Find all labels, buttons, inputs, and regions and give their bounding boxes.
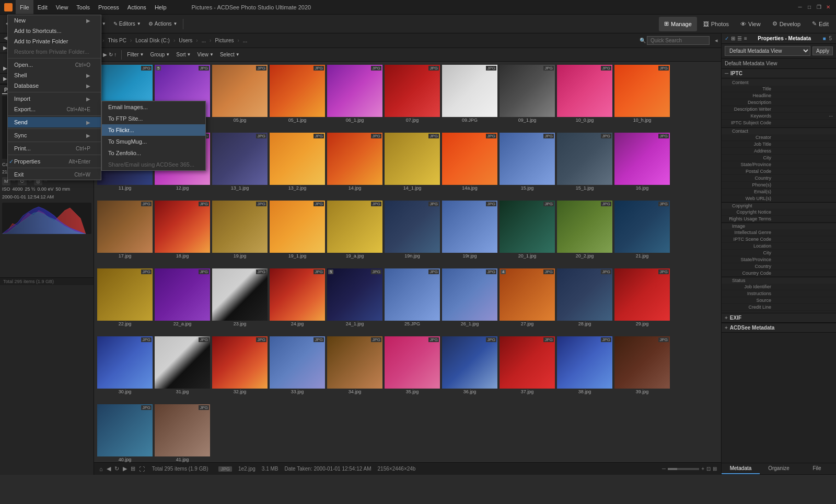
photo-cell-37[interactable]: 4 JPG 27.jpg	[498, 267, 556, 335]
photo-cell-21[interactable]: JPG 18.jpg	[154, 200, 211, 267]
status-forward-icon[interactable]: ▶	[122, 465, 128, 472]
photo-cell-30[interactable]: JPG 22.jpg	[96, 267, 154, 335]
editors-button[interactable]: ✎ Editors ▼	[110, 18, 144, 30]
status-back-icon[interactable]: ◀	[106, 465, 112, 472]
photo-cell-28[interactable]: JPG 20_2.jpg	[556, 200, 613, 267]
photo-cell-29[interactable]: JPG 21.jpg	[613, 200, 671, 267]
develop-mode-button[interactable]: ⚙ Develop	[767, 17, 806, 31]
photo-cell-31[interactable]: JPG 22_a.jpg	[154, 267, 211, 335]
photo-cell-41[interactable]: JPG 31.jpg	[154, 335, 211, 403]
photo-cell-44[interactable]: JPG 34.jpg	[326, 335, 384, 403]
photo-cell-34[interactable]: 5 JPG 24_1.jpg	[326, 267, 384, 335]
maximize-button[interactable]: □	[806, 4, 813, 11]
send-smugmug[interactable]: To SmugMug...	[102, 136, 205, 147]
send-ftp[interactable]: To FTP Site...	[102, 113, 205, 124]
status-expand-icon[interactable]: ⛶	[138, 466, 146, 472]
photo-cell-6[interactable]: JPG 09.JPG	[441, 64, 498, 132]
menu-add-private[interactable]: Add to Private Folder	[8, 36, 101, 46]
close-button[interactable]: ✕	[825, 4, 832, 11]
send-zenfolio[interactable]: To Zenfolio...	[102, 147, 205, 159]
photo-cell-9[interactable]: JPG 10_h.jpg	[613, 64, 671, 132]
photo-cell-39[interactable]: JPG 29.jpg	[613, 267, 671, 335]
photo-cell-43[interactable]: JPG 33.jpg	[269, 335, 326, 403]
menu-new[interactable]: New ▶	[8, 15, 101, 26]
apply-button[interactable]: Apply	[812, 46, 833, 55]
zoom-plus-icon[interactable]: +	[701, 466, 704, 472]
menu-actions[interactable]: Actions	[123, 0, 150, 14]
view-button[interactable]: View ▼	[194, 50, 216, 60]
menu-exit[interactable]: Exit Ctrl+W	[8, 169, 101, 180]
path-current[interactable]: ...	[241, 38, 249, 43]
photo-cell-35[interactable]: JPG 25.JPG	[384, 267, 441, 335]
menu-help[interactable]: Help	[150, 0, 171, 14]
photo-cell-3[interactable]: JPG 05_1.jpg	[269, 64, 326, 132]
menu-open[interactable]: Open... Ctrl+O	[8, 60, 101, 70]
restore-button[interactable]: ❐	[815, 4, 822, 11]
path-pictures[interactable]: Pictures	[213, 38, 235, 43]
tab-file[interactable]: File	[798, 463, 836, 474]
menu-properties[interactable]: Properties Alt+Enter	[8, 156, 101, 167]
photo-cell-20[interactable]: JPG 17.jpg	[96, 200, 154, 267]
manage-mode-button[interactable]: ⊞ Manage	[659, 17, 697, 31]
menu-file[interactable]: File	[16, 0, 33, 14]
filter-button[interactable]: Filter ▼	[124, 50, 146, 60]
photo-cell-45[interactable]: JPG 35.jpg	[384, 335, 441, 403]
path-local-disk[interactable]: Local Disk (C:)	[134, 38, 171, 43]
menu-tools[interactable]: Tools	[72, 0, 94, 14]
path-this-pc[interactable]: This PC	[106, 38, 128, 43]
keywords-expand-icon[interactable]: ···	[829, 113, 833, 119]
photos-mode-button[interactable]: 🖼 Photos	[698, 17, 734, 31]
actions-button[interactable]: ⚙ Actions ▼	[145, 18, 181, 30]
zoom-actual-icon[interactable]: ⊞	[713, 466, 717, 472]
photo-cell-13[interactable]: JPG 13_2.jpg	[269, 132, 326, 200]
photo-cell-50[interactable]: JPG 40.jpg	[96, 403, 154, 462]
menu-view[interactable]: View	[52, 0, 73, 14]
exif-section-header[interactable]: + EXIF	[722, 313, 836, 323]
edit-mode-button[interactable]: ✎ Edit	[807, 17, 834, 31]
send-flickr[interactable]: To Flickr...	[102, 124, 205, 136]
photo-cell-23[interactable]: JPG 19_1.jpg	[269, 200, 326, 267]
acdsee-section-header[interactable]: + ACDSee Metadata	[722, 323, 836, 333]
photo-cell-19[interactable]: JPG 16.jpg	[613, 132, 671, 200]
status-refresh-icon[interactable]: ↻	[113, 465, 120, 472]
photo-cell-24[interactable]: JPG 19_a.jpg	[326, 200, 384, 267]
search-input[interactable]	[647, 36, 710, 45]
menu-import[interactable]: Import ▶	[8, 93, 101, 104]
menu-database[interactable]: Database ▶	[8, 80, 101, 91]
menu-process[interactable]: Process	[94, 0, 123, 14]
path-user[interactable]: ...	[200, 38, 207, 43]
iptc-section-header[interactable]: ─ IPTC	[722, 68, 836, 78]
photo-cell-18[interactable]: JPG 15_1.jpg	[556, 132, 613, 200]
minimize-button[interactable]: ─	[796, 4, 804, 11]
menu-edit[interactable]: Edit	[33, 0, 52, 14]
sort-button[interactable]: Sort ▼	[173, 50, 193, 60]
photo-cell-12[interactable]: JPG 13_1.jpg	[211, 132, 269, 200]
menu-sync[interactable]: Sync ▶	[8, 130, 101, 140]
photo-cell-27[interactable]: JPG 20_1.jpg	[498, 200, 556, 267]
photo-cell-22[interactable]: JPG 19.jpg	[211, 200, 269, 267]
photo-cell-8[interactable]: JPG 10_0.jpg	[556, 64, 613, 132]
photo-cell-17[interactable]: JPG 15.jpg	[498, 132, 556, 200]
group-button[interactable]: Group ▼	[148, 50, 173, 60]
send-email[interactable]: Email Images...	[102, 101, 205, 113]
photo-cell-36[interactable]: JPG 26_1.jpg	[441, 267, 498, 335]
zoom-minus-icon[interactable]: ─	[662, 466, 666, 472]
photo-cell-15[interactable]: JPG 14_1.jpg	[384, 132, 441, 200]
zoom-slider[interactable]	[668, 468, 699, 470]
tab-metadata[interactable]: Metadata	[722, 463, 760, 474]
photo-cell-26[interactable]: JPG 19r.jpg	[441, 200, 498, 267]
path-collapse-icon[interactable]: ◂	[715, 37, 718, 44]
status-grid-icon[interactable]: ⊞	[130, 465, 136, 472]
menu-add-shortcuts[interactable]: Add to Shortcuts...	[8, 26, 101, 36]
photo-cell-32[interactable]: JPG 23.jpg	[211, 267, 269, 335]
photo-cell-7[interactable]: JPG 09_1.jpg	[498, 64, 556, 132]
photo-cell-48[interactable]: JPG 38.jpg	[556, 335, 613, 403]
select-button[interactable]: Select ▼	[217, 50, 242, 60]
photo-cell-49[interactable]: JPG 39.jpg	[613, 335, 671, 403]
photo-cell-46[interactable]: JPG 36.jpg	[441, 335, 498, 403]
menu-print[interactable]: Print... Ctrl+P	[8, 143, 101, 154]
photo-cell-4[interactable]: JPG 06_1.jpg	[326, 64, 384, 132]
photo-cell-25[interactable]: JPG 19n.jpg	[384, 200, 441, 267]
tab-organize[interactable]: Organize	[760, 463, 798, 474]
photo-cell-5[interactable]: JPG 07.jpg	[384, 64, 441, 132]
